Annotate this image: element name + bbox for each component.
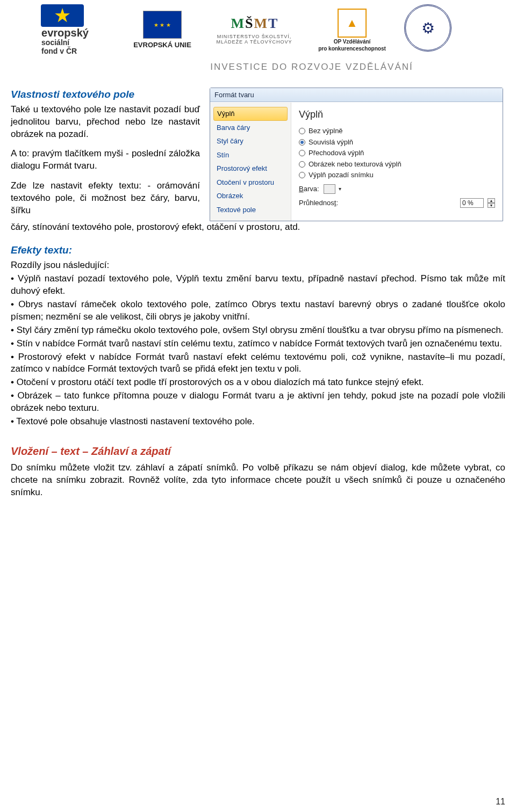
radio-souvisla[interactable]: Souvislá výplň (299, 137, 495, 147)
cat-prostorovy-efekt[interactable]: Prostorový efekt (211, 162, 290, 176)
seal-logo: ⚙ (404, 4, 452, 52)
radio-icon (299, 139, 305, 146)
bullet-8: • Textové pole obsahuje vlastnosti nasta… (11, 416, 505, 428)
dialog-title: Formát tvaru (214, 90, 254, 100)
color-picker[interactable] (324, 184, 335, 194)
cat-barva-cary[interactable]: Barva čáry (211, 121, 290, 135)
cat-textove-pole[interactable]: Textové pole (211, 203, 290, 217)
msmt-logo: MŠMT MINISTERSTVO ŠKOLSTVÍ, MLÁDEŽE A TĚ… (209, 4, 300, 55)
eu-label: EVROPSKÁ UNIE (133, 41, 191, 49)
spinner-up-icon: ▴ (488, 198, 495, 203)
eu-logo: ★ ★ ★ EVROPSKÁ UNIE (123, 4, 202, 55)
radio-label: Bez výplně (309, 126, 343, 136)
esf-text-line2: sociální (41, 39, 89, 47)
radio-bez-vyplne[interactable]: Bez výplně (299, 126, 495, 136)
radio-label: Souvislá výplň (309, 137, 353, 147)
dialog-category-list: Výplň Barva čáry Styl čáry Stín Prostoro… (210, 103, 291, 221)
dialog-format-tvaru: Formát tvaru Výplň Barva čáry Styl čáry … (210, 88, 503, 221)
field-pruhlednost: Průhlednost: 0 % ▴▾ (299, 198, 495, 208)
bullet-2: • Obrys nastaví rámeček okolo textového … (11, 299, 505, 323)
dialog-inner: Výplň Barva čáry Styl čáry Stín Prostoro… (210, 102, 503, 221)
cat-otoceni[interactable]: Otočení v prostoru (211, 176, 290, 190)
msmt-sub1: MINISTERSTVO ŠKOLSTVÍ, (217, 34, 292, 39)
radio-prechodova[interactable]: Přechodová výplň (299, 148, 495, 158)
lead-line: Rozdíly jsou následující: (11, 259, 505, 272)
label-pruhlednost: Průhlednost: (299, 198, 338, 208)
opvk-sub2: pro konkurenceschopnost (318, 46, 386, 52)
radio-label: Obrázek nebo texturová výplň (309, 160, 402, 169)
esf-logo: ★ evropský sociální fond v ČR (9, 4, 116, 55)
bullet-3: • Styl čáry změní typ rámečku okolo text… (11, 324, 505, 337)
dialog-titlebar: Formát tvaru (210, 88, 503, 102)
logos-row: ★ evropský sociální fond v ČR ★ ★ ★ EVRO… (9, 4, 507, 55)
msmt-sub2: MLÁDEŽE A TĚLOVÝCHOVY (217, 39, 292, 45)
radio-pozadi-snimku[interactable]: Výplň pozadí snímku (299, 170, 495, 180)
heading-vlastnosti: Vlastnosti textového pole (11, 88, 200, 102)
para-s3p1: Do snímku můžete vložit tzv. záhlaví a z… (11, 462, 505, 499)
spinner-down-icon: ▾ (488, 203, 495, 208)
panel-title: Výplň (299, 108, 495, 121)
field-barva: Barva: (299, 184, 495, 194)
opacity-spinner[interactable]: ▴▾ (488, 198, 495, 208)
two-column-row: Vlastnosti textového pole Také u textové… (11, 88, 505, 221)
opvk-logo: ▲ OP Vzdělávání pro konkurenceschopnost (306, 4, 398, 55)
heading-efekty-textu: Efekty textu: (11, 243, 505, 257)
radio-label: Výplň pozadí snímku (309, 170, 374, 180)
esf-star-icon: ★ (41, 4, 84, 27)
para-s1p3-top: Zde lze nastavit efekty textu: - orámová… (11, 180, 200, 217)
heading-vlozeni-zahlavi: Vložení – text – Záhlaví a zápatí (11, 444, 505, 459)
radio-icon (299, 128, 305, 134)
opvk-square-icon: ▲ (338, 9, 367, 38)
msmt-icon: MŠMT (231, 16, 278, 32)
esf-text-line1: evropský (41, 27, 89, 39)
right-column: Formát tvaru Výplň Barva čáry Styl čáry … (210, 88, 503, 221)
radio-icon (299, 172, 305, 178)
left-column: Vlastnosti textového pole Také u textové… (11, 88, 200, 221)
cat-vypln[interactable]: Výplň (213, 107, 288, 121)
cat-stin[interactable]: Stín (211, 148, 290, 162)
bullet-5: • Prostorový efekt v nabídce Formát tvar… (11, 351, 505, 376)
cat-styl-cary[interactable]: Styl čáry (211, 134, 290, 148)
opacity-input[interactable]: 0 % (460, 198, 484, 208)
investice-tagline: INVESTICE DO ROZVOJE VZDĚLÁVÁNÍ (116, 62, 507, 73)
radio-icon (299, 150, 305, 156)
esf-text-line3: fond v ČR (41, 47, 89, 55)
eu-flag-icon: ★ ★ ★ (143, 11, 182, 39)
bullet-6: • Otočení v prostoru otáčí text podle tř… (11, 376, 505, 389)
bullet-4: • Stín v nabídce Formát tvarů nastaví st… (11, 338, 505, 350)
radio-obrazek-textura[interactable]: Obrázek nebo texturová výplň (299, 160, 495, 169)
bullet-7: • Obrázek – tato funkce přítomna pouze v… (11, 390, 505, 415)
para-s1p1: Také u textového pole lze nastavit pozad… (11, 104, 200, 141)
radio-icon (299, 161, 305, 168)
radio-label: Přechodová výplň (309, 148, 364, 158)
dialog-panel: Výplň Bez výplně Souvislá výplň Přechodo… (291, 103, 503, 221)
opvk-sub1: OP Vzdělávání (334, 39, 371, 45)
esf-text: evropský sociální fond v ČR (41, 27, 89, 55)
cat-obrazek[interactable]: Obrázek (211, 189, 290, 203)
page-body: Vlastnosti textového pole Také u textové… (0, 88, 516, 499)
para-s1p3-bottom: čáry, stínování textového pole, prostoro… (11, 221, 505, 234)
para-s1p2: A to: pravým tlačítkem myši - poslední z… (11, 148, 200, 172)
bullet-1: • Výplň nastaví pozadí textového pole, V… (11, 273, 505, 298)
label-barva: Barva: (299, 184, 319, 194)
page-number: 11 (496, 797, 505, 807)
bullets-block: Rozdíly jsou následující: • Výplň nastav… (11, 259, 505, 428)
logos-band: ★ evropský sociální fond v ČR ★ ★ ★ EVRO… (0, 0, 516, 73)
